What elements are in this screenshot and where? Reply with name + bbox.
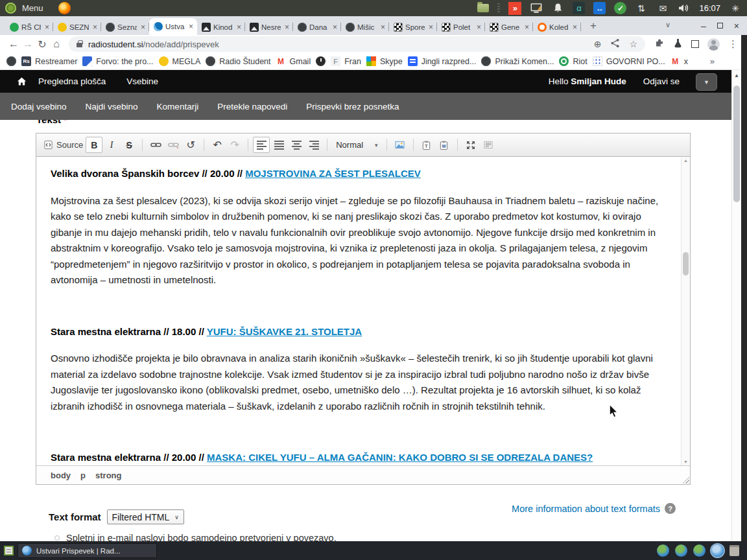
address-bar[interactable]: radiostudent.si/node/add/prispevek ⊕ ☆	[69, 36, 645, 52]
event-link[interactable]: MOJSTROVINA ZA ŠEST PLESALCEV	[245, 168, 421, 179]
scroll-up-icon[interactable]: ▲	[732, 70, 741, 78]
tab-close-icon[interactable]: ×	[427, 23, 434, 32]
paste-word-button[interactable]: W	[436, 137, 453, 153]
bookmark-item[interactable]: Prikaži Komen...	[481, 56, 554, 66]
bookmark-globe-icon[interactable]	[6, 56, 16, 66]
browser-tab[interactable]: Sezna ×	[101, 19, 149, 35]
globe-tray-icon[interactable]	[657, 544, 669, 557]
admin-menu-content[interactable]: Vsebine	[126, 76, 158, 86]
url-text[interactable]: radiostudent.si/node/add/prispevek	[88, 40, 219, 49]
path-strong[interactable]: strong	[95, 471, 121, 480]
browser-tab[interactable]: Koled ×	[533, 19, 581, 35]
alpha-app-icon[interactable]: α	[573, 2, 585, 14]
align-left-button[interactable]	[253, 137, 270, 153]
bold-button[interactable]: B	[86, 137, 102, 153]
file-manager-icon[interactable]	[477, 4, 489, 12]
teamviewer-icon[interactable]: ↔	[593, 2, 606, 14]
strikethrough-button[interactable]: S	[121, 137, 137, 153]
tab-close-icon[interactable]: ×	[475, 23, 482, 32]
tab-close-icon[interactable]: ×	[379, 23, 386, 32]
bookmark-item[interactable]: Skype	[366, 56, 403, 66]
browser-tab[interactable]: Mišic ×	[341, 19, 389, 35]
shortcut-posts-without-recording[interactable]: Prispevki brez posnetka	[306, 102, 399, 111]
event-link[interactable]: MASKA: CIKEL YUFU – ALMA GAČANIN: KAKO D…	[207, 452, 593, 463]
window-minimize-button[interactable]: –	[701, 21, 706, 31]
bookmark-item[interactable]: Riot	[559, 56, 587, 66]
event-link[interactable]: YUFU: ŠUŠKAVKE 21. STOLETJA	[207, 326, 362, 337]
tab-close-icon[interactable]: ×	[43, 23, 51, 32]
bookmark-power-icon[interactable]	[316, 56, 326, 66]
notification-bell-icon[interactable]	[551, 2, 564, 15]
bookmark-item[interactable]: Mx	[670, 56, 688, 66]
shortcut-comments[interactable]: Komentarji	[157, 102, 199, 111]
align-right-button[interactable]	[305, 137, 322, 153]
scroll-down-icon[interactable]: ▼	[682, 459, 690, 465]
unlink-button[interactable]	[165, 137, 182, 153]
mail-tray-icon[interactable]: ✉	[656, 2, 669, 15]
shortcut-find-content[interactable]: Najdi vsebino	[86, 102, 138, 111]
bookmark-item[interactable]: GOVORNI PO...	[593, 56, 665, 66]
browser-tab[interactable]: Gene ×	[485, 19, 533, 35]
bookmark-item[interactable]: Radio Študent	[206, 56, 270, 66]
browser-scrollbar-thumb[interactable]	[733, 86, 740, 202]
share-icon[interactable]	[610, 38, 620, 50]
align-center-button[interactable]	[288, 137, 305, 153]
window-close-button[interactable]: ×	[734, 21, 739, 31]
display-settings-icon[interactable]	[530, 2, 543, 15]
editor-scrollbar-thumb[interactable]	[683, 252, 689, 275]
home-icon[interactable]: ⌂	[49, 38, 64, 50]
browser-tab[interactable]: Kinod ×	[197, 19, 245, 35]
bookmark-star-icon[interactable]: ☆	[629, 39, 637, 49]
editor-scrollbar[interactable]: ▲ ▼	[681, 158, 690, 465]
editor-resize-grip[interactable]	[681, 475, 689, 484]
status-check-icon[interactable]: ✓	[614, 2, 626, 14]
extension-puzzle-icon[interactable]	[654, 38, 665, 51]
shortcut-past-announcements[interactable]: Pretekle napovedi	[217, 102, 287, 111]
show-blocks-button[interactable]	[480, 137, 497, 153]
logout-link[interactable]: Odjavi se	[643, 76, 680, 86]
browser-tab[interactable]: Dana ×	[293, 19, 341, 35]
browser-tab[interactable]: SEZN ×	[53, 19, 101, 35]
admin-menu-dashboard[interactable]: Pregledna plošča	[38, 76, 106, 86]
reload-icon[interactable]: ↻	[35, 38, 49, 51]
text-format-select[interactable]: Filtered HTML ∨	[107, 509, 184, 524]
volume-icon[interactable]	[678, 2, 691, 15]
tab-close-icon[interactable]: ×	[235, 23, 243, 32]
bookmark-item[interactable]: Jingli razpred...	[408, 56, 477, 66]
editor-content[interactable]: Velika dvorana Španskih borcev // 20.00 …	[36, 158, 690, 465]
lock-icon[interactable]	[77, 43, 82, 47]
paste-text-button[interactable]: T	[418, 137, 435, 153]
maximize-button[interactable]	[462, 137, 479, 153]
screen-recorder-icon[interactable]: »	[508, 2, 521, 15]
help-icon[interactable]: ?	[665, 503, 676, 514]
bookmark-item[interactable]: Forvo: the pro...	[82, 56, 153, 66]
browser-scrollbar[interactable]: ▲	[731, 70, 741, 541]
browser-tab[interactable]: RŠ Ch ×	[5, 19, 53, 35]
extension-square-icon[interactable]	[691, 40, 699, 48]
globe-tray-icon[interactable]	[693, 544, 706, 557]
network-updown-icon[interactable]: ⇅	[635, 2, 648, 15]
paragraph-format-dropdown[interactable]: Normal ▾	[332, 137, 381, 153]
clock[interactable]: 16:07	[699, 3, 720, 13]
browser-tab[interactable]: Polet ×	[437, 19, 485, 35]
zoom-icon[interactable]: ⊕	[594, 39, 602, 49]
browser-tab-active[interactable]: Ustva ×	[149, 18, 197, 35]
tab-close-icon[interactable]: ×	[139, 23, 147, 32]
more-info-link[interactable]: More information about text formats	[512, 504, 660, 514]
browser-tab[interactable]: Spore ×	[389, 19, 437, 35]
extension-flask-icon[interactable]	[673, 38, 683, 51]
bookmarks-overflow-icon[interactable]: »	[710, 56, 715, 66]
tab-close-icon[interactable]: ×	[571, 23, 578, 32]
shortcut-add-content[interactable]: Dodaj vsebino	[11, 102, 67, 111]
firefox-launcher-icon[interactable]	[58, 2, 71, 14]
taskbar-task-button[interactable]: Ustvari Prispevek | Rad...	[18, 543, 157, 558]
admin-bar-toggle[interactable]: ▼	[696, 73, 717, 91]
new-tab-button[interactable]: +	[587, 19, 599, 32]
forward-icon[interactable]: →	[21, 38, 35, 50]
tab-close-icon[interactable]: ×	[187, 22, 195, 31]
globe-tray-icon-active[interactable]	[711, 544, 724, 557]
scroll-up-icon[interactable]: ▲	[682, 158, 690, 164]
session-gear-icon[interactable]: ✳	[729, 2, 742, 15]
path-body[interactable]: body	[51, 471, 71, 480]
bookmark-item[interactable]: MGmail	[276, 56, 311, 66]
